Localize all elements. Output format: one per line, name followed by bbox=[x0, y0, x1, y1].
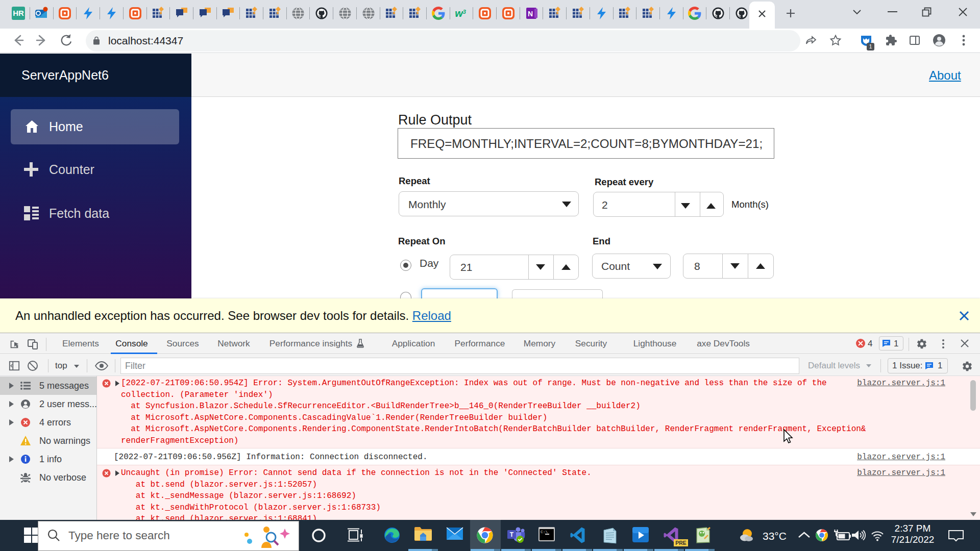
svg-text:N: N bbox=[528, 10, 533, 18]
svg-text:C:\: C:\ bbox=[541, 530, 548, 534]
svg-text:T: T bbox=[510, 531, 514, 538]
